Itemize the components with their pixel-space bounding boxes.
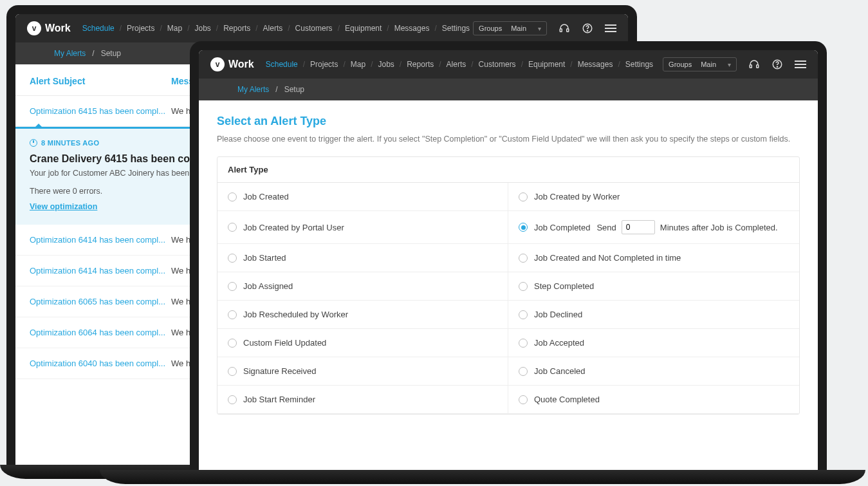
radio-button[interactable] xyxy=(228,310,237,319)
nav-sep: / xyxy=(333,24,345,33)
nav-equipment[interactable]: Equipment xyxy=(528,60,565,69)
nav-settings[interactable]: Settings xyxy=(442,24,470,33)
svg-point-3 xyxy=(587,30,587,31)
alert-type-option[interactable]: Job Rescheduled by Worker xyxy=(217,301,508,329)
alert-type-option[interactable]: Job Created and Not Completed in time xyxy=(508,244,799,272)
help-icon[interactable] xyxy=(771,59,783,70)
alert-type-option[interactable]: Signature Received xyxy=(217,357,508,386)
alert-type-option[interactable]: Job Accepted xyxy=(508,329,799,357)
nav-jobs[interactable]: Jobs xyxy=(378,60,394,69)
logo-mark: v xyxy=(210,57,225,71)
svg-rect-0 xyxy=(560,29,562,32)
nav-map[interactable]: Map xyxy=(167,24,182,33)
help-icon[interactable] xyxy=(582,23,593,34)
nav-alerts[interactable]: Alerts xyxy=(263,24,283,33)
headset-icon[interactable] xyxy=(748,59,760,70)
nav-customers[interactable]: Customers xyxy=(295,24,333,33)
alert-type-option[interactable]: Custom Field Updated xyxy=(217,329,508,357)
alert-type-option[interactable]: Quote Completed xyxy=(508,386,799,414)
radio-button[interactable] xyxy=(519,282,528,291)
option-label: Custom Field Updated xyxy=(243,338,326,348)
alert-type-grid: Job CreatedJob Created by WorkerJob Crea… xyxy=(217,183,799,414)
group-select[interactable]: Groups Main ▾ xyxy=(663,57,737,71)
crumb-sep: / xyxy=(92,49,94,58)
crumb-setup[interactable]: Setup xyxy=(284,85,304,94)
logo-text: Work xyxy=(228,59,254,70)
radio-button[interactable] xyxy=(519,192,528,201)
nav-sep: / xyxy=(565,60,577,69)
alert-type-card: Alert Type Job CreatedJob Created by Wor… xyxy=(217,156,800,415)
crumb-setup[interactable]: Setup xyxy=(101,49,121,58)
alert-type-option[interactable]: Job Declined xyxy=(508,301,799,329)
radio-button[interactable] xyxy=(519,223,528,232)
alert-type-option[interactable]: Job Start Reminder xyxy=(217,386,508,414)
menu-icon[interactable] xyxy=(605,23,616,34)
option-label: Job Started xyxy=(243,253,286,263)
alert-type-option[interactable]: Job Canceled xyxy=(508,357,799,386)
crumb-my-alerts[interactable]: My Alerts xyxy=(54,49,86,58)
send-tail: Minutes after Job is Completed. xyxy=(660,223,778,232)
nav-projects[interactable]: Projects xyxy=(127,24,154,33)
alert-type-option[interactable]: Step Completed xyxy=(508,272,799,301)
svg-point-7 xyxy=(777,66,777,67)
minutes-input[interactable] xyxy=(622,220,655,234)
alert-subject: Optimization 6065 has been compl... xyxy=(30,297,171,306)
chevron-down-icon: ▾ xyxy=(538,25,541,32)
nav-sep: / xyxy=(429,24,441,33)
alert-type-option[interactable]: Job CompletedSendMinutes after Job is Co… xyxy=(508,211,799,244)
group-label: Groups xyxy=(669,61,692,68)
option-label: Job Declined xyxy=(534,310,582,319)
radio-button[interactable] xyxy=(519,367,528,376)
radio-button[interactable] xyxy=(228,339,237,348)
nav-sep: / xyxy=(211,24,223,33)
logo: v Work xyxy=(27,21,71,35)
nav-map[interactable]: Map xyxy=(351,60,365,69)
topnav: v Work Schedule/Projects/Map/Jobs/Report… xyxy=(15,14,628,42)
crumb-my-alerts[interactable]: My Alerts xyxy=(237,85,269,94)
radio-button[interactable] xyxy=(228,254,237,263)
svg-rect-1 xyxy=(567,29,569,32)
radio-button[interactable] xyxy=(228,223,237,232)
nav-jobs[interactable]: Jobs xyxy=(195,24,211,33)
nav-reports[interactable]: Reports xyxy=(223,24,250,33)
alert-type-option[interactable]: Job Started xyxy=(217,244,508,272)
nav-settings[interactable]: Settings xyxy=(625,60,653,69)
radio-button[interactable] xyxy=(228,192,237,201)
alert-type-option[interactable]: Job Created by Worker xyxy=(508,183,799,211)
nav-reports[interactable]: Reports xyxy=(407,60,434,69)
svg-rect-4 xyxy=(750,65,752,68)
headset-icon[interactable] xyxy=(559,23,570,34)
alert-type-option[interactable]: Job Created xyxy=(217,183,508,211)
menu-icon[interactable] xyxy=(795,59,806,70)
alert-type-option[interactable]: Job Created by Portal User xyxy=(217,211,508,244)
alert-type-option[interactable]: Job Assigned xyxy=(217,272,508,301)
nav-schedule[interactable]: Schedule xyxy=(266,60,298,69)
group-select[interactable]: Groups Main ▾ xyxy=(473,21,547,35)
radio-button[interactable] xyxy=(228,395,237,404)
radio-button[interactable] xyxy=(228,282,237,291)
crumb-sep: / xyxy=(275,85,277,94)
alert-subject: Optimization 6414 has been compl... xyxy=(30,266,171,276)
nav-messages[interactable]: Messages xyxy=(394,24,430,33)
radio-button[interactable] xyxy=(519,395,528,404)
radio-button[interactable] xyxy=(519,339,528,348)
alert-time-text: 8 MINUTES AGO xyxy=(41,139,99,147)
svg-rect-5 xyxy=(757,65,759,68)
alert-subject: Optimization 6064 has been compl... xyxy=(30,328,171,337)
logo-mark: v xyxy=(27,21,41,35)
radio-button[interactable] xyxy=(519,254,528,263)
nav-projects[interactable]: Projects xyxy=(310,60,338,69)
navlinks-front: Schedule/Projects/Map/Jobs/Reports/Alert… xyxy=(266,60,653,69)
view-optimization-link[interactable]: View optimization xyxy=(30,202,97,211)
nav-sep: / xyxy=(394,60,407,69)
nav-equipment[interactable]: Equipment xyxy=(345,24,382,33)
nav-sep: / xyxy=(338,60,350,69)
radio-button[interactable] xyxy=(519,310,528,319)
radio-button[interactable] xyxy=(228,367,237,376)
laptop-base-front xyxy=(100,470,865,484)
option-label: Quote Completed xyxy=(534,395,600,404)
nav-alerts[interactable]: Alerts xyxy=(447,60,466,69)
nav-schedule[interactable]: Schedule xyxy=(82,24,115,33)
nav-messages[interactable]: Messages xyxy=(578,60,613,69)
nav-customers[interactable]: Customers xyxy=(479,60,516,69)
